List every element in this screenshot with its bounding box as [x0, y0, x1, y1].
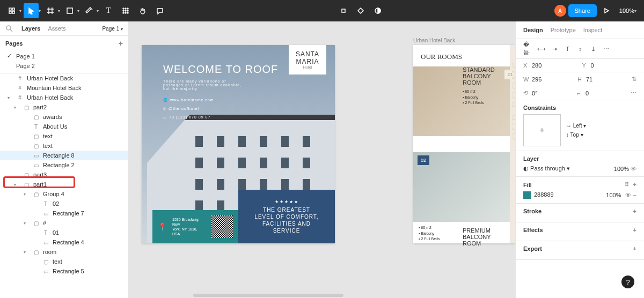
fill-color-row[interactable]: 288889 — [523, 191, 554, 199]
opacity-input[interactable]: 100% — [614, 166, 629, 172]
y-input[interactable]: 0 — [591, 62, 594, 69]
constrain-proportions-icon[interactable]: ⇅ — [632, 76, 636, 83]
frame-tool-button[interactable] — [43, 3, 58, 18]
search-icon[interactable] — [5, 25, 13, 32]
logo-line2: MARIA — [291, 58, 324, 65]
room-number-badge-2: 02 — [418, 155, 429, 165]
main-menu-button[interactable] — [4, 3, 19, 18]
pages-header: Pages — [5, 40, 23, 47]
add-stroke-button[interactable]: + — [633, 208, 636, 214]
add-fill-button[interactable]: + — [633, 181, 636, 188]
welcome-subtitle: There are many variations of passages of… — [163, 79, 244, 91]
h-input[interactable]: 71 — [586, 76, 592, 83]
frame-label[interactable]: Urban Hotel Back — [413, 38, 455, 43]
group-row[interactable]: ▢text — [0, 141, 128, 151]
text-layer-row[interactable]: T02 — [0, 199, 128, 208]
present-button[interactable] — [599, 3, 614, 18]
svg-rect-20 — [217, 136, 224, 147]
feature: • 60 m2 — [419, 225, 440, 231]
rectangle-layer-row[interactable]: ▭Rectangle 7 — [0, 208, 128, 218]
frame-row[interactable]: #Urban Hotel Back — [0, 73, 128, 83]
tab-design[interactable]: Design — [523, 27, 543, 33]
constraint-v-select[interactable]: ↕ Top ▾ — [566, 132, 586, 138]
align-left-icon[interactable]: �됻 — [523, 43, 534, 54]
group-row[interactable]: ▾▢part1 — [0, 180, 128, 189]
zoom-dropdown[interactable]: 100%▾ — [616, 8, 640, 14]
align-right-icon[interactable]: ⇥ — [549, 43, 560, 54]
comment-tool-button[interactable] — [152, 3, 167, 18]
add-export-button[interactable]: + — [633, 245, 636, 252]
rectangle-layer-row[interactable]: ▭Rectangle 5 — [0, 266, 128, 276]
x-input[interactable]: 280 — [532, 62, 541, 69]
add-effect-button[interactable]: + — [633, 227, 636, 233]
w-input[interactable]: 296 — [532, 76, 541, 83]
more-options-icon[interactable]: ⋯ — [631, 90, 636, 96]
group-row[interactable]: ▢text — [0, 257, 128, 266]
top-toolbar: ▾ ▾ ▾ ▾ ▾ T A Share — [0, 0, 644, 21]
text-layer-row[interactable]: T01 — [0, 228, 128, 237]
group-row[interactable]: ▢text — [0, 131, 128, 141]
component-button[interactable] — [336, 3, 351, 18]
move-tool-button[interactable] — [24, 3, 39, 18]
fill-opacity[interactable]: 100% — [606, 192, 621, 198]
rotation-input[interactable]: 0° — [532, 90, 538, 96]
remove-fill-button[interactable]: − — [633, 192, 636, 198]
blend-mode-select[interactable]: ◐ Pass through ▾ — [523, 165, 570, 172]
tab-assets[interactable]: Assets — [48, 25, 65, 32]
frame-row[interactable]: ▾#Urban Hotel Back — [0, 93, 128, 102]
frame-row[interactable]: #Mountain Hotel Back — [0, 83, 128, 93]
align-bottom-icon[interactable]: ⤓ — [588, 43, 598, 54]
rectangle-layer-row[interactable]: ▭Rectangle 4 — [0, 237, 128, 247]
group-row[interactable]: ▾▢part2 — [0, 102, 128, 112]
text-layer-row[interactable]: TAbout Us — [0, 122, 128, 131]
align-vcenter-icon[interactable]: ↕ — [575, 43, 586, 54]
horizontal-scrollbar[interactable] — [193, 294, 343, 297]
svg-rect-37 — [195, 200, 203, 211]
constraint-h-select[interactable]: ↔ Left ▾ — [566, 123, 586, 129]
artboard-rooms[interactable]: OUR ROOMS 01 02 02 • 60 m2 • Balcony • 2… — [413, 45, 515, 243]
tab-prototype[interactable]: Prototype — [551, 27, 576, 33]
help-button[interactable]: ? — [621, 275, 634, 288]
feature: • 2 Full Beds — [463, 100, 495, 106]
user-avatar[interactable]: A — [554, 5, 566, 17]
tab-inspect[interactable]: Inspect — [583, 27, 602, 33]
page-row[interactable]: ✓Page 1 — [0, 51, 128, 61]
pen-tool-button[interactable] — [82, 3, 97, 18]
add-page-button[interactable]: + — [119, 39, 123, 48]
artboard-welcome[interactable]: WELCOME TO ROOF There are many variation… — [142, 45, 335, 243]
boolean-button[interactable] — [370, 3, 385, 18]
tab-layers[interactable]: Layers — [21, 25, 40, 32]
group-row[interactable]: ▢part3 — [0, 170, 128, 180]
group-row[interactable]: ▢awards — [0, 112, 128, 122]
logo-sub: Hotel — [291, 65, 324, 69]
align-hcenter-icon[interactable]: ⟷ — [536, 43, 547, 54]
share-button[interactable]: Share — [568, 4, 597, 17]
canvas[interactable]: WELCOME TO ROOF There are many variation… — [129, 21, 515, 298]
rectangle-icon — [66, 7, 74, 14]
mask-button[interactable] — [353, 3, 368, 18]
rectangle-layer-row-selected[interactable]: ▭Rectangle 8 — [0, 151, 128, 160]
fill-visibility-icon[interactable]: 👁 — [625, 192, 631, 198]
align-top-icon[interactable]: ⤒ — [562, 43, 573, 54]
group-row[interactable]: ▾▢Group 4 — [0, 189, 128, 199]
constraint-widget[interactable] — [523, 114, 561, 146]
resources-button[interactable] — [118, 3, 133, 18]
text-tool-button[interactable]: T — [101, 3, 116, 18]
page-selector[interactable]: Page 1 ▾ — [103, 26, 123, 32]
rectangle-layer-row[interactable]: ▭Rectangle 2 — [0, 160, 128, 170]
hand-tool-button[interactable] — [135, 3, 150, 18]
more-align-icon[interactable]: ⋯ — [601, 43, 611, 54]
svg-rect-33 — [238, 179, 246, 190]
svg-point-10 — [127, 10, 128, 11]
group-row[interactable]: ▾▢# — [0, 218, 128, 228]
figma-logo-icon — [8, 7, 16, 14]
page-row[interactable]: Page 2 — [0, 61, 128, 71]
fill-style-icon[interactable]: ⠿ — [625, 181, 629, 188]
pen-icon — [85, 7, 93, 14]
visibility-icon[interactable]: 👁 — [631, 166, 636, 172]
group-row[interactable]: ▾▢room — [0, 247, 128, 257]
svg-point-16 — [6, 26, 11, 30]
radius-input[interactable]: 0 — [586, 90, 589, 96]
shape-tool-button[interactable] — [62, 3, 77, 18]
svg-rect-26 — [217, 158, 224, 168]
